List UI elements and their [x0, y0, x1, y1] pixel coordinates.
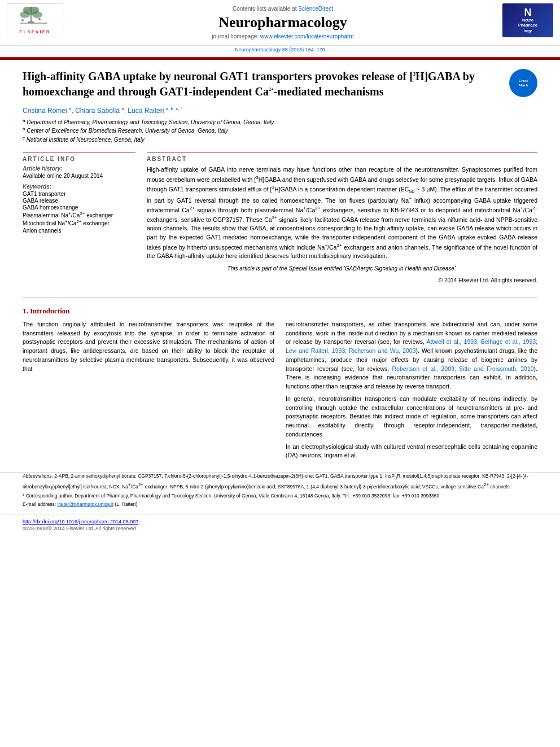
ref-attwell[interactable]: Attwell et al., 1993; Belhage et al., 19…	[286, 338, 537, 354]
keyword-2: GABA release	[23, 198, 135, 204]
article-title: High-affinity GABA uptake by neuronal GA…	[23, 69, 537, 99]
svg-point-2	[20, 11, 30, 18]
page-footer: http://dx.doi.org/10.1016/j.neuropharm.2…	[0, 514, 560, 534]
affiliation-b: b Center of Excellence for Biomedical Re…	[23, 126, 537, 134]
intro-left-col: The function originally attributed to ne…	[23, 320, 274, 464]
article-info-column: ARTICLE INFO Article history: Available …	[23, 152, 135, 288]
ref-robertson[interactable]: Robertson et al., 2009; Sitte and Freiss…	[392, 365, 534, 372]
elsevier-tree-svg	[15, 7, 55, 28]
svg-point-6	[21, 19, 24, 21]
neuro-logo: N NeuroPharmacology	[502, 3, 553, 37]
affiliations: a Department of Pharmacy, Pharmacology a…	[23, 118, 537, 143]
abstract-text: High-affinity uptake of GABA into nerve …	[147, 165, 537, 285]
svg-point-3	[32, 11, 42, 18]
section-divider	[23, 297, 537, 298]
intro-right-p1: neurotransmitter transporters, as other …	[286, 320, 537, 391]
introduction-section: 1. Introduction The function originally …	[0, 307, 560, 464]
affiliation-c: c National Institute of Neuroscience, Ge…	[23, 136, 537, 143]
doi-url[interactable]: http://dx.doi.org/10.1016/j.neuropharm.2…	[23, 519, 138, 525]
sciencedirect-link[interactable]: ScienceDirect	[298, 6, 333, 12]
article-section: High-affinity GABA uptake by neuronal GA…	[0, 58, 560, 143]
elsevier-logo: ELSEVIER	[7, 3, 63, 37]
keywords-label: Keywords:	[23, 184, 135, 190]
journal-top-bar: ELSEVIER Contents lists available at Sci…	[0, 0, 560, 45]
article-info-section: ARTICLE INFO Article history: Available …	[23, 152, 135, 234]
abstract-section: ABSTRACT High-affinity uptake of GABA in…	[147, 152, 537, 285]
author-email-link[interactable]: lraiter@pharmatox.unige.it	[57, 501, 113, 507]
intro-right-p2: In general, neurotransmitter transporter…	[286, 395, 537, 439]
abstract-column: ABSTRACT High-affinity uptake of GABA in…	[147, 152, 537, 288]
crossmark-badge: CrossMark	[509, 69, 537, 97]
intro-right-col: neurotransmitter transporters, as other …	[286, 320, 537, 464]
keyword-3: GABA homoexchange	[23, 204, 135, 211]
intro-left-p1: The function originally attributed to ne…	[23, 320, 274, 374]
keyword-5: Mitochondrial Na+/Ca2+ exchanger	[23, 219, 135, 226]
intro-right-p3: In an electrophysiological study with cu…	[286, 443, 537, 461]
history-label: Article history:	[23, 165, 135, 172]
doi-link: http://dx.doi.org/10.1016/j.neuropharm.2…	[23, 519, 537, 525]
issn-notice: 0028-3908/© 2014 Elsevier Ltd. All right…	[23, 526, 537, 531]
footnotes-section: Abbreviations: 2-APB, 2-aminoethoxydiphe…	[0, 473, 560, 508]
abbreviations-footnote: Abbreviations: 2-APB, 2-aminoethoxydiphe…	[23, 473, 537, 490]
journal-title: Neuropharmacology	[75, 14, 491, 31]
affiliation-a: a Department of Pharmacy, Pharmacology a…	[23, 118, 537, 125]
intro-title: 1. Introduction	[23, 307, 537, 316]
journal-center: Contents lists available at ScienceDirec…	[63, 3, 502, 42]
article-body-columns: ARTICLE INFO Article history: Available …	[0, 152, 560, 288]
neuro-logo-text: NeuroPharmacology	[518, 18, 537, 33]
copyright-note: © 2014 Elsevier Ltd. All rights reserved…	[147, 276, 537, 285]
article-info-heading: ARTICLE INFO	[23, 156, 135, 162]
sciencedirect-notice: Contents lists available at ScienceDirec…	[75, 6, 491, 12]
abstract-heading: ABSTRACT	[147, 156, 537, 162]
email-footnote: E-mail address: lraiter@pharmatox.unige.…	[23, 501, 537, 508]
elsevier-wordmark: ELSEVIER	[19, 29, 51, 34]
keyword-1: GAT1 transporter	[23, 191, 135, 197]
article-authors: Cristina Romei a, Chiara Sabolla a, Luca…	[23, 106, 537, 115]
history-value: Available online 20 August 2014	[23, 173, 135, 179]
journal-url[interactable]: www.elsevier.com/locate/neuropharm	[260, 33, 354, 40]
svg-point-7	[38, 18, 41, 20]
special-issue-note: This article is part of the Special Issu…	[147, 264, 537, 273]
keyword-4: Plasmalemmal Na+/Ca2+ exchanger	[23, 211, 135, 219]
abstract-paragraph-1: High-affinity uptake of GABA into nerve …	[147, 165, 537, 261]
journal-homepage: journal homepage: www.elsevier.com/locat…	[75, 33, 491, 40]
journal-id-bar: Neuropharmacology 88 (2015) 164–170	[0, 45, 560, 54]
corresponding-author-footnote: * Corresponding author. Department of Ph…	[23, 493, 537, 500]
intro-columns: The function originally attributed to ne…	[23, 320, 537, 464]
keyword-6: Anion channels	[23, 228, 135, 234]
journal-header: ELSEVIER Contents lists available at Sci…	[0, 0, 560, 58]
